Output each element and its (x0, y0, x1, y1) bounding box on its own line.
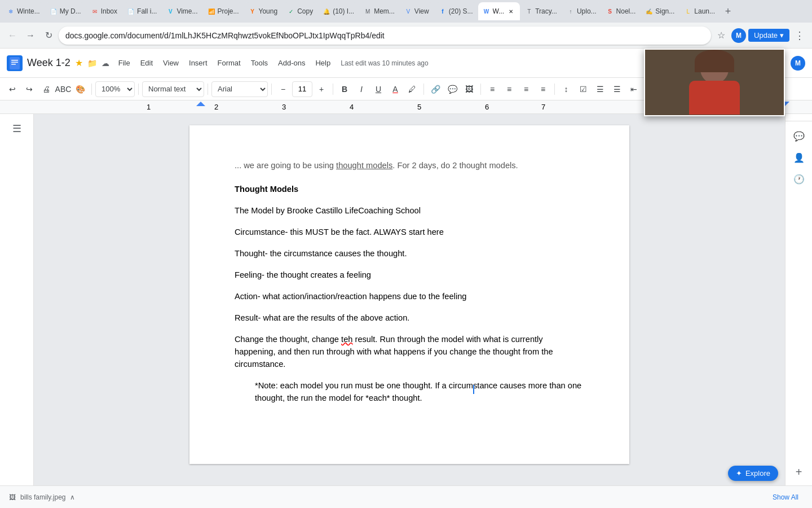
tab-favicon-fb: f (439, 7, 447, 15)
bold-button[interactable]: B (337, 81, 352, 97)
tab-favicon-myd: 📄 (50, 7, 58, 15)
tab-inbox[interactable]: ✉ Inbox (86, 2, 122, 20)
reload-button[interactable]: ↻ (41, 28, 56, 43)
tab-laun[interactable]: L Laun... (679, 2, 720, 20)
docs-sidebar-clock-icon[interactable]: 🕐 (790, 170, 808, 188)
font-size-input[interactable] (292, 81, 312, 97)
undo-button[interactable]: ↩ (5, 81, 20, 97)
tab-label-fall: Fall i... (137, 7, 157, 15)
indent-decrease-button[interactable]: ⇤ (626, 81, 642, 97)
docs-profile-avatar[interactable]: M (791, 56, 805, 71)
tab-proj[interactable]: 📶 Proje... (203, 2, 244, 20)
tab-noel[interactable]: S Noel... (602, 2, 641, 20)
profile-avatar[interactable]: M (731, 28, 746, 43)
tab-mem[interactable]: M Mem... (359, 2, 399, 20)
numbered-list-button[interactable]: ☰ (609, 81, 625, 97)
tab-view[interactable]: V View (400, 2, 434, 20)
toolbar-sep-1 (91, 84, 92, 95)
bullet-list-button[interactable]: ☰ (592, 81, 608, 97)
show-all-button[interactable]: Show All (768, 491, 803, 503)
tab-young[interactable]: Y Young (244, 2, 283, 20)
docs-sidebar-chat-icon[interactable]: 💬 (790, 127, 808, 145)
tab-close-week[interactable]: ✕ (506, 7, 515, 16)
tab-myd[interactable]: 📄 My D... (45, 2, 86, 20)
svg-rect-2 (11, 62, 18, 63)
text-color-button[interactable]: A (387, 81, 403, 97)
download-chevron-up-icon[interactable]: ∧ (70, 493, 75, 501)
docs-sidebar-add-icon[interactable]: + (790, 463, 808, 481)
doc-title[interactable]: Week 1-2 (27, 57, 70, 69)
toolbar-sep-3 (208, 84, 208, 95)
typo-word: teh (341, 335, 352, 344)
explore-button[interactable]: ✦ Explore (728, 466, 778, 481)
menu-edit[interactable]: Edit (136, 56, 157, 69)
doc-area[interactable]: ... we are going to be using thought mod… (34, 114, 785, 485)
bookmark-icon[interactable]: ☆ (713, 28, 729, 43)
doc-intro: ... we are going to be using thought mod… (235, 159, 584, 172)
tab-week[interactable]: W W... ✕ (478, 2, 520, 20)
back-button[interactable]: ← (5, 28, 20, 43)
tab-vimeo[interactable]: V Vime... (162, 2, 202, 20)
align-justify-button[interactable]: ≡ (535, 81, 551, 97)
link-button[interactable]: 🔗 (427, 81, 443, 97)
thought-models-link[interactable]: thought models (336, 161, 392, 170)
underline-button[interactable]: U (370, 81, 386, 97)
update-button[interactable]: Update ▾ (748, 29, 789, 42)
ruler-indent-marker[interactable] (196, 102, 205, 111)
font-select[interactable]: Arial (211, 81, 268, 97)
tab-favicon-inbox: ✉ (91, 7, 99, 15)
tab-favicon-copy: ✓ (287, 7, 295, 15)
font-size-increase-button[interactable]: + (314, 81, 329, 97)
tab-fb[interactable]: f (20) S... (434, 2, 478, 20)
tab-copy[interactable]: ✓ Copy (283, 2, 317, 20)
font-size-decrease-button[interactable]: − (275, 81, 291, 97)
folder-icon[interactable]: 📁 (87, 59, 97, 68)
tab-notif[interactable]: 🔔 (10) I... (318, 2, 359, 20)
tab-fall[interactable]: 📄 Fall i... (122, 2, 161, 20)
paint-format-button[interactable]: 🎨 (72, 81, 88, 97)
tab-tracy[interactable]: T Tracy... (520, 2, 562, 20)
spellcheck-button[interactable]: ABC (55, 81, 71, 97)
tab-label-tracy: Tracy... (535, 7, 557, 15)
menu-format[interactable]: Format (213, 56, 245, 69)
line-spacing-button[interactable]: ↕ (558, 81, 574, 97)
forward-button[interactable]: → (23, 28, 38, 43)
italic-button[interactable]: I (354, 81, 369, 97)
font-size-area: − + (275, 81, 329, 97)
ruler-mark-5: 5 (417, 103, 421, 111)
download-file-name: bills family.jpeg (20, 493, 65, 501)
align-right-button[interactable]: ≡ (518, 81, 534, 97)
checklist-button[interactable]: ☑ (575, 81, 591, 97)
docs-sidebar-profile-icon[interactable]: 👤 (790, 148, 808, 167)
tab-winter[interactable]: ❄ Winte... (2, 2, 45, 20)
new-tab-button[interactable]: + (720, 3, 736, 19)
menu-tools[interactable]: Tools (246, 56, 272, 69)
image-button[interactable]: 🖼 (461, 81, 477, 97)
star-icon[interactable]: ★ (75, 58, 83, 68)
menu-file[interactable]: File (114, 56, 135, 69)
tab-upload[interactable]: ↑ Uplo... (562, 2, 601, 20)
video-overlay (644, 49, 785, 116)
doc-content: ... we are going to be using thought mod… (235, 159, 584, 404)
highlight-button[interactable]: 🖊 (404, 81, 420, 97)
browser-menu-button[interactable]: ⋮ (792, 28, 807, 43)
menu-help[interactable]: Help (311, 56, 335, 69)
print-button[interactable]: 🖨 (38, 81, 54, 97)
tab-sign[interactable]: ✍ Sign... (641, 2, 679, 20)
address-input[interactable] (59, 27, 711, 45)
redo-button[interactable]: ↪ (21, 81, 37, 97)
style-select[interactable]: Normal text (142, 81, 204, 97)
menu-insert[interactable]: Insert (184, 56, 212, 69)
menu-view[interactable]: View (158, 56, 183, 69)
tab-favicon-notif: 🔔 (323, 7, 330, 15)
toolbar-sep-2 (138, 84, 139, 95)
comment-button[interactable]: 💬 (444, 81, 460, 97)
zoom-select[interactable]: 100% (95, 81, 135, 97)
tab-label-fb: (20) S... (449, 7, 473, 15)
svg-rect-0 (10, 57, 20, 69)
main-area: ☰ ... we are going to be using thought m… (0, 114, 812, 485)
align-center-button[interactable]: ≡ (501, 81, 517, 97)
menu-addons[interactable]: Add-ons (273, 56, 310, 69)
align-left-button[interactable]: ≡ (484, 81, 500, 97)
outline-icon[interactable]: ☰ (7, 119, 27, 139)
